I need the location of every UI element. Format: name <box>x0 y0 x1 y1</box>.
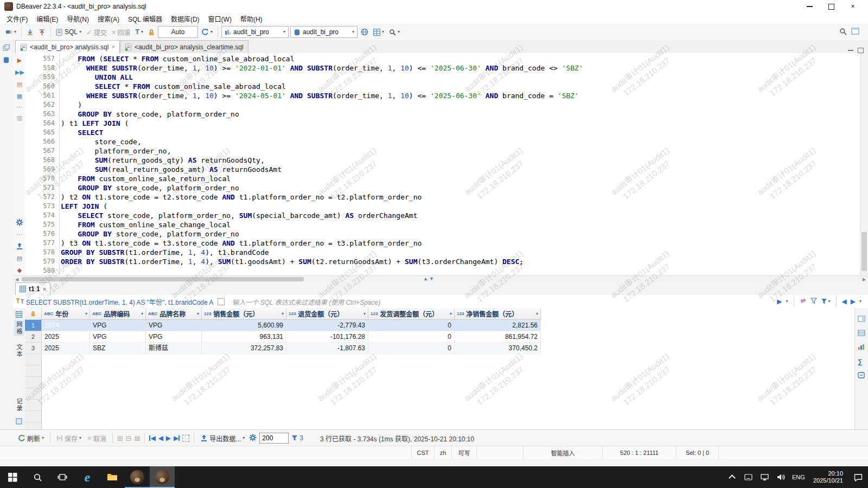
row-number[interactable]: 1 <box>25 320 42 331</box>
cell[interactable]: 0 <box>368 331 455 343</box>
taskbar-search-button[interactable] <box>25 466 50 488</box>
code-line[interactable]: FROM custom_online_sale_return_local <box>61 174 860 183</box>
connection-select[interactable]: audit_bi_pro ▾ <box>221 26 289 38</box>
apply-filter-icon[interactable]: ▶ <box>777 298 782 305</box>
add-row-icon[interactable]: ⊞ <box>117 434 123 442</box>
row-number[interactable]: 3 <box>25 343 42 354</box>
cell[interactable]: 2025 <box>42 331 90 343</box>
caret-position-indicator[interactable]: 520 : 1 : 21111 <box>603 446 676 459</box>
taskbar-clock[interactable]: 20:10 2025/10/21 <box>808 470 848 484</box>
rollback-button[interactable]: × 回滚 <box>110 26 132 38</box>
column-filter-icon[interactable]: ▾ <box>536 311 538 316</box>
database-select[interactable]: audit_bi_pro ▾ <box>290 26 358 38</box>
column-header-5[interactable]: 123退货金额（元）▾ <box>286 308 368 320</box>
transaction-log-button[interactable]: T ▾ <box>134 26 145 38</box>
cell[interactable]: 963,131 <box>202 331 286 343</box>
cell[interactable]: 2025 <box>42 343 90 354</box>
menu-file[interactable]: 文件(F) <box>2 13 32 24</box>
tray-expand-icon[interactable] <box>724 466 741 488</box>
save-button[interactable]: 保存 ▾ <box>55 432 83 444</box>
fetch-size-input[interactable] <box>259 433 289 444</box>
export-data-button[interactable]: 导出数据... ▾ <box>199 432 246 444</box>
grid-corner-cell[interactable] <box>25 308 42 320</box>
scrollbar-thumb[interactable] <box>861 232 867 271</box>
code-line[interactable]: store_code, <box>61 137 860 146</box>
execute-statement-icon[interactable]: ▶ <box>15 56 24 64</box>
cell[interactable]: VPG <box>90 331 146 343</box>
filter-settings-icon[interactable] <box>810 298 817 306</box>
filter-query-text[interactable]: SELECT SUBSTR(t1.orderTime, 1, 4) AS "年份… <box>26 297 213 306</box>
presentation-text[interactable]: 文本 <box>15 344 23 358</box>
export-data-icon[interactable] <box>15 242 24 252</box>
column-filter-icon[interactable]: ▾ <box>85 311 87 316</box>
chart-panel-icon[interactable] <box>858 344 865 352</box>
editor-vertical-scrollbar[interactable] <box>860 53 868 275</box>
input-language-indicator[interactable]: ENG <box>789 474 808 480</box>
code-line[interactable]: LEFT JOIN ( <box>61 202 860 211</box>
nav-back-icon[interactable]: ◀ <box>842 298 847 305</box>
write-mode-indicator[interactable]: 可写 <box>452 446 477 459</box>
minimize-button[interactable] <box>799 1 820 12</box>
commit-icon-button[interactable] <box>25 26 35 38</box>
autocommit-select[interactable]: Auto <box>158 26 198 38</box>
aggregate-panel-icon[interactable] <box>858 372 865 380</box>
grid-presentation-icon[interactable] <box>16 311 22 319</box>
code-line[interactable]: SELECT * FROM custom_online_sale_abroad_… <box>61 82 860 91</box>
cell[interactable]: 0 <box>368 320 455 331</box>
filter-count[interactable]: 3 <box>291 434 303 442</box>
menu-sql-editor[interactable]: SQL 编辑器 <box>124 13 167 24</box>
code-line[interactable]: SUM(real_return_goods_amt) AS returnGood… <box>61 165 860 174</box>
cell[interactable]: 370,450.2 <box>455 343 541 354</box>
result-grid[interactable]: ABC年份▾ABC品牌编码▾ABC品牌名称▾123销售金额（元）▾123退货金额… <box>25 308 855 429</box>
database-navigator-icon[interactable] <box>3 56 10 65</box>
clear-filter-icon[interactable] <box>800 298 807 306</box>
settings-gear-icon[interactable] <box>15 219 24 228</box>
results-tab-close-icon[interactable]: × <box>43 286 46 292</box>
cell[interactable]: VPG <box>146 320 202 331</box>
menu-help[interactable]: 帮助(H) <box>236 13 267 24</box>
sql-editor[interactable]: ▶ ▶▶ ▤ ▦ ⋯ ▥ ⋯ ▤ ◆ 557558559560561562563… <box>13 53 868 275</box>
cancel-button[interactable]: × 取消 <box>86 432 108 444</box>
volume-icon[interactable] <box>773 466 789 488</box>
toolbar-search-button[interactable]: ▾ <box>387 26 401 38</box>
tab-analysis-cleartime-sql[interactable]: <audit_bi_pro> analysis_cleartime.sql <box>120 40 248 53</box>
tab-close-icon[interactable]: × <box>111 44 114 50</box>
code-line[interactable]: SELECT store_code, platform_order_no, SU… <box>61 211 860 220</box>
fetch-page-icon[interactable] <box>182 435 189 442</box>
last-page-icon[interactable]: ▶ <box>174 434 180 442</box>
start-button[interactable] <box>0 466 25 488</box>
code-line[interactable]: GROUP BY store_code, platform_order_no <box>61 229 860 239</box>
code-line[interactable]: WHERE SUBSTR(order_time, 1, 10) >= '2024… <box>61 91 860 100</box>
cell[interactable]: 斯搏兹 <box>146 343 202 354</box>
clear-icon[interactable]: ◆ <box>15 266 24 274</box>
duplicate-row-icon[interactable]: ⊟ <box>126 434 132 442</box>
script-panel-icon[interactable]: ▥ <box>15 114 24 121</box>
dbeaver-taskbar-button-1[interactable] <box>125 466 150 488</box>
cell[interactable]: VPG <box>146 331 202 343</box>
calc-panel-icon[interactable]: ∑ <box>858 358 863 365</box>
result-grid-icon[interactable]: ▦ <box>15 92 24 100</box>
cell[interactable]: 861,954.72 <box>455 331 541 343</box>
code-line[interactable]: WHERE SUBSTR(order_time, 1, 10) >= '2022… <box>61 63 860 73</box>
more-actions-icon[interactable]: ⋯ <box>15 103 24 111</box>
quick-search-button[interactable] <box>839 28 847 37</box>
file-explorer-button[interactable] <box>100 466 125 488</box>
rollback-icon-button[interactable] <box>37 26 47 38</box>
expand-filter-icon[interactable] <box>218 298 225 305</box>
cell[interactable]: 0 <box>368 343 455 354</box>
cell[interactable]: 2,821.56 <box>455 320 541 331</box>
cell[interactable]: 2024 <box>42 320 90 331</box>
nav-menu-icon[interactable]: ▾ <box>859 299 861 304</box>
column-header-4[interactable]: 123销售金额（元）▾ <box>202 308 286 320</box>
maximize-button[interactable] <box>820 1 842 12</box>
code-line[interactable]: GROUP BY SUBSTR(t1.orderTime, 1, 4), t1.… <box>61 248 860 257</box>
filter-history-icon[interactable]: ▾ <box>786 299 788 304</box>
commit-button[interactable]: ✓ 提交 <box>85 26 108 38</box>
code-line[interactable] <box>61 266 860 275</box>
filter-menu-icon[interactable]: ▾ <box>821 298 831 305</box>
maximize-editor-icon[interactable] <box>858 48 864 53</box>
presentation-settings-icon[interactable] <box>16 418 22 426</box>
new-connection-button[interactable]: ▾ <box>3 26 18 38</box>
more-icon[interactable]: ⋯ <box>15 230 24 238</box>
code-line[interactable]: GROUP BY store_code, platform_order_no <box>61 110 860 119</box>
